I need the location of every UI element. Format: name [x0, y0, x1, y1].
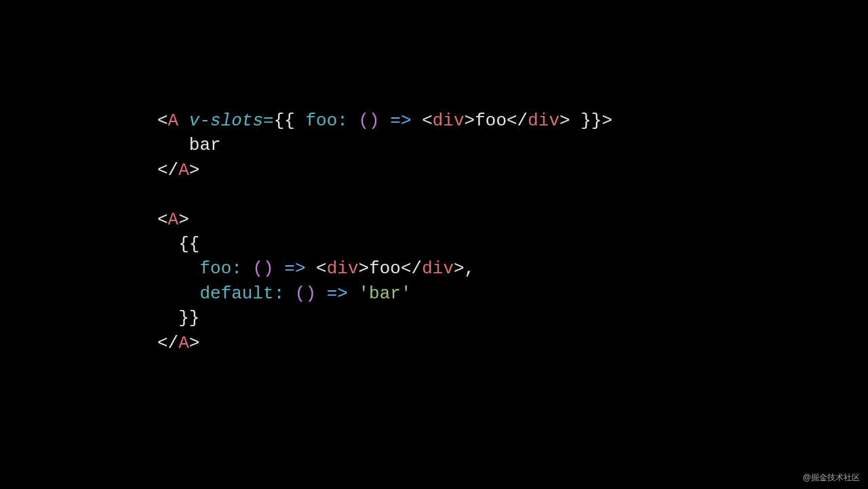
braces-open: {{ — [157, 234, 199, 254]
paren-open: ( — [295, 283, 306, 304]
paren-close: ) — [305, 283, 316, 304]
code-line-8: default: () => 'bar' — [157, 283, 412, 304]
angle-open: < — [422, 111, 433, 131]
angle-open-slash: </ — [507, 111, 528, 131]
braces-close-tag-close: }}> — [570, 111, 612, 131]
tag-div: div — [433, 111, 465, 131]
tag-div: div — [422, 258, 454, 279]
angle-close: > — [559, 111, 570, 131]
angle-open: < — [157, 111, 168, 131]
space — [316, 283, 327, 304]
code-line-6: {{ — [157, 234, 199, 254]
angle-open-slash: </ — [157, 160, 178, 180]
arrow: => — [327, 283, 348, 304]
tag-div: div — [327, 258, 359, 279]
space — [348, 283, 359, 304]
angle-open-slash: </ — [157, 333, 178, 353]
space — [380, 111, 391, 131]
angle-close: > — [454, 258, 465, 279]
space — [178, 111, 189, 131]
key-default: default: — [199, 283, 284, 304]
code-line-7: foo: () => <div>foo</div>, — [157, 258, 475, 279]
space — [412, 111, 422, 131]
tag-A: A — [178, 333, 189, 353]
angle-close: > — [178, 210, 189, 230]
paren-open: ( — [359, 111, 370, 131]
watermark: @掘金技术社区 — [803, 472, 860, 484]
code-line-9: }} — [157, 308, 199, 328]
braces-open: {{ — [274, 111, 306, 131]
tag-A: A — [178, 160, 189, 180]
text-foo: foo — [475, 111, 507, 131]
text-bar: bar — [157, 135, 221, 155]
angle-open: < — [316, 258, 327, 279]
text-foo: foo — [369, 258, 401, 279]
key-foo: foo: — [305, 111, 347, 131]
space — [348, 111, 359, 131]
paren-close: ) — [369, 111, 380, 131]
code-line-5: <A> — [157, 210, 189, 230]
code-line-2: bar — [157, 135, 221, 155]
key-foo: foo: — [199, 258, 241, 279]
code-line-1: <A v-slots={{ foo: () => <div>foo</div> … — [157, 111, 612, 131]
indent — [157, 258, 199, 279]
space — [242, 258, 253, 279]
angle-open-slash: </ — [401, 258, 422, 279]
indent — [157, 283, 199, 304]
comma: , — [465, 258, 475, 279]
angle-close: > — [189, 160, 200, 180]
slide-stage: <A v-slots={{ foo: () => <div>foo</div> … — [0, 0, 868, 489]
code-line-3: </A> — [157, 160, 199, 180]
angle-open: < — [157, 210, 168, 230]
paren-open: ( — [252, 258, 263, 279]
arrow: => — [284, 258, 305, 279]
paren-close: ) — [263, 258, 274, 279]
space — [274, 258, 285, 279]
attr-v-slots: v-slots= — [189, 111, 274, 131]
code-line-10: </A> — [157, 333, 199, 353]
space — [284, 283, 295, 304]
arrow: => — [390, 111, 411, 131]
angle-close: > — [359, 258, 370, 279]
tag-A: A — [168, 111, 179, 131]
tag-div: div — [528, 111, 559, 131]
tag-A: A — [168, 210, 179, 230]
angle-close: > — [465, 111, 475, 131]
braces-close: }} — [157, 308, 199, 328]
angle-close: > — [189, 333, 200, 353]
space — [306, 258, 317, 279]
string-bar: 'bar' — [359, 283, 412, 304]
code-block: <A v-slots={{ foo: () => <div>foo</div> … — [157, 109, 612, 355]
